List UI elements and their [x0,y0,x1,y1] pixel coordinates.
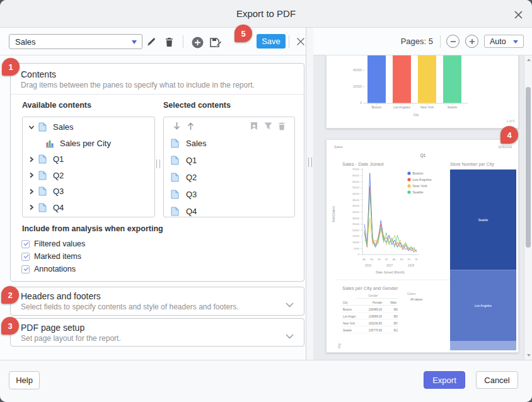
pdf-page-setup-title: PDF page setup [21,323,84,333]
filter-icon[interactable] [261,120,275,132]
delete-preset-button[interactable] [163,36,175,49]
svg-text:Boston: Boston [413,171,424,175]
chevron-right-icon[interactable] [28,188,38,195]
contents-subtitle: Drag items between the panes to specify … [21,81,294,89]
preset-select-value: Sales [15,37,36,47]
checkbox-icon[interactable] [21,265,30,273]
selected-item-q4[interactable]: Q4 [164,203,294,217]
svg-text:Sales - Date Joined: Sales - Date Joined [342,161,383,167]
selected-item-q3[interactable]: Q3 [164,186,294,203]
tree-item-sales[interactable]: Sales [23,119,154,135]
svg-text:Sales: Sales [334,145,343,149]
preset-select[interactable]: Sales [9,34,142,49]
chevron-down-icon[interactable] [286,299,294,310]
svg-text:89135: 89135 [393,315,402,318]
page-icon [38,122,48,132]
svg-text:45000: 45000 [352,198,360,202]
move-down-icon[interactable] [170,120,183,132]
zoom-in-button[interactable] [465,35,478,48]
tree-item-q1[interactable]: Q1 [23,151,154,168]
headers-footers-desc: Select fields to specify contents and st… [21,302,239,311]
tree-item-q2[interactable]: Q2 [23,168,154,184]
svg-text:Fe: Fe [378,258,381,261]
cancel-button[interactable]: Cancel [476,371,518,389]
zoom-level-value: Auto [490,37,506,46]
tree-item-q4[interactable]: Q4 [23,200,154,216]
chevron-down-icon[interactable] [286,330,294,342]
checkbox-marked-items[interactable]: Marked items [21,252,81,261]
selected-item-q1[interactable]: Q1 [164,152,294,169]
bookmark-icon[interactable] [247,120,261,132]
checkbox-annotations[interactable]: Annotations [21,265,76,273]
include-options-label: Include from analysis when exporting [22,224,163,233]
available-contents-tree: Sales Sales per City Q1 [22,117,155,217]
preview-scrollbar[interactable] [524,55,532,360]
checkbox-filtered-values[interactable]: Filtered values [21,239,85,248]
selected-item-label: Q2 [186,173,197,182]
svg-text:Male: Male [390,301,396,304]
plus-circle-icon [192,37,204,49]
selected-item-q2[interactable]: Q2 [164,169,294,186]
checkbox-label: Marked items [34,252,81,261]
help-button[interactable]: Help [9,371,40,389]
new-preset-button[interactable] [191,36,204,49]
export-button[interactable]: Export [424,371,465,389]
svg-text:160236.80: 160236.80 [369,322,383,325]
list-splitter-handle[interactable] [156,159,160,168]
tree-item-label: Sales [53,122,74,132]
save-preset-button[interactable]: Save [257,34,286,49]
edit-preset-button[interactable] [145,36,158,49]
toolbar-separator [289,35,289,48]
svg-text:M.: M. [385,258,388,261]
svg-text:Date Joined (Month): Date Joined (Month) [376,270,405,274]
svg-text:Los Angel..: Los Angel.. [343,315,357,318]
page-icon [171,207,180,216]
dialog-close-icon[interactable] [512,8,524,21]
svg-text:Los Angeles: Los Angeles [475,304,492,307]
bar-chart-icon [45,139,55,147]
save-as-preset-button[interactable] [209,36,222,49]
checkbox-icon[interactable] [21,253,30,261]
chevron-down-icon[interactable] [28,123,38,131]
zoom-out-button[interactable] [446,35,460,48]
svg-text:129899.00: 129899.00 [369,315,383,318]
svg-text:40000: 40000 [353,68,362,72]
trash-icon[interactable] [275,120,289,132]
tree-item-label: Sales per City [60,139,111,148]
scroll-down-arrow-icon[interactable] [524,351,532,360]
export-to-pdf-dialog: Export to PDF Sales [0,0,532,402]
page-icon [171,139,180,148]
preview-area: 40000200000BostonLos AngelesNew YorkSeat… [313,55,532,360]
pdf-page-setup-section[interactable]: PDF page setup Set page layout for the r… [10,318,304,347]
svg-text:Seattle: Seattle [448,105,458,109]
tree-item-sales-per-city[interactable]: Sales per City [23,135,154,152]
toolbar-separator [183,35,183,48]
selected-item-sales[interactable]: Sales [164,135,294,152]
checkbox-icon[interactable] [21,240,30,248]
preview-page-2-content: Sales11/5/2019Q1Sales - Date JoinedSum(S… [327,140,519,353]
move-up-icon[interactable] [183,120,197,132]
pane-splitter[interactable] [306,28,313,360]
chevron-right-icon[interactable] [28,156,38,163]
selected-contents-label: Selected contents [163,101,231,110]
scroll-up-arrow-icon[interactable] [524,55,532,64]
scrollbar-thumb[interactable] [526,87,531,248]
svg-text:Seattle: Seattle [413,190,424,194]
headers-footers-section[interactable]: Headers and footers Select fields to spe… [10,287,304,316]
chevron-right-icon[interactable] [28,204,38,211]
splitter-handle[interactable] [308,158,312,167]
preview-page-2[interactable]: Sales11/5/2019Q1Sales - Date JoinedSum(S… [326,139,519,353]
checkbox-label: Filtered values [34,239,85,248]
toolbar-close-icon[interactable] [295,36,306,47]
page-icon [171,173,180,182]
tree-item-q3[interactable]: Q3 [23,183,154,200]
svg-text:11/5/2019: 11/5/2019 [498,145,512,149]
chevron-right-icon[interactable] [28,171,38,179]
page-icon [38,154,48,164]
step-badge-4: 4 [500,126,518,144]
svg-text:2018: 2018 [408,264,415,267]
zoom-level-select[interactable]: Auto [484,35,524,48]
svg-text:Sum(Sales): Sum(Sales) [332,206,335,222]
preview-page-1[interactable]: 40000200000BostonLos AngelesNew YorkSeat… [326,55,519,129]
save-edit-icon [210,37,222,48]
